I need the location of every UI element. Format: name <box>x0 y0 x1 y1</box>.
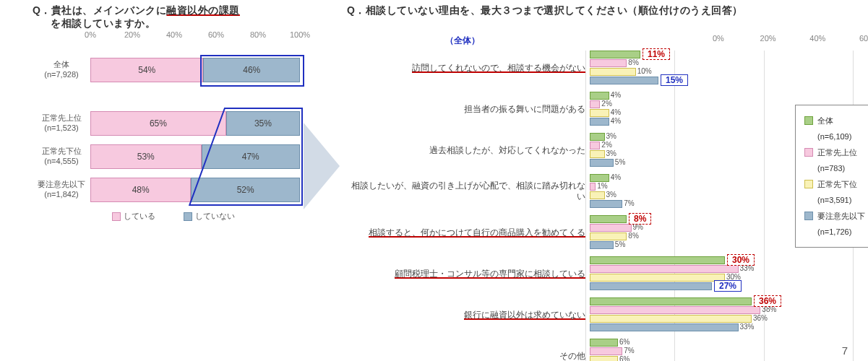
right-bar: 2% <box>590 100 600 108</box>
right-bar: 4% <box>590 109 609 117</box>
seg-no: 47% <box>202 144 300 169</box>
right-bar: 4% <box>590 174 609 182</box>
arrow-icon <box>304 123 340 209</box>
seg-yes: 53% <box>90 144 202 169</box>
left-question: Q．貴社は、メインバンクに融資以外の課題 を相談していますか。 <box>33 4 322 30</box>
left-row-label: 全体(n=7,928) <box>33 60 90 80</box>
right-category: 過去相談したが、対応してくれなかった3%2%3%5% <box>347 133 867 168</box>
right-chart: Q．相談していない理由を、最大３つまで選択してください（順位付けのうえ回答） （… <box>347 4 867 17</box>
callout: 15% <box>661 74 688 86</box>
right-category-label: 顧問税理士・コンサル等の専門家に相談している <box>347 269 590 279</box>
right-bar: 7% <box>590 347 622 355</box>
right-legend: 全体(n=6,109)正常先上位(n=783)正常先下位(n=3,591)要注意… <box>795 105 868 248</box>
right-bar: 10% <box>590 68 636 76</box>
right-bars: 訪問してくれないので、相談する機会がない11%11%8%10%15%15%担当者… <box>347 51 867 361</box>
left-row-label: 正常先上位(n=1,523) <box>33 113 90 134</box>
right-category: その他6%7%6%6% <box>347 339 867 361</box>
left-row: 要注意先以下(n=1,842)48%52% <box>33 178 322 202</box>
right-bar: 30%30% <box>590 256 725 264</box>
right-bar: 36% <box>590 315 752 323</box>
right-bar: 11%11% <box>590 51 640 58</box>
right-bar: 2% <box>590 142 600 149</box>
right-bar: 1% <box>590 183 596 191</box>
right-category-label: 担当者の振る舞いに問題がある <box>347 104 590 115</box>
right-bar: 5% <box>590 159 614 167</box>
right-category: 銀行に融資以外は求めていない36%36%38%36%33% <box>347 297 867 332</box>
right-bar: 6% <box>590 356 618 361</box>
right-question: Q．相談していない理由を、最大３つまで選択してください（順位付けのうえ回答） <box>347 4 867 17</box>
left-row: 正常先下位(n=4,555)53%47% <box>33 144 322 169</box>
right-category-label: 訪問してくれないので、相談する機会がない <box>347 63 590 74</box>
right-bar: 8% <box>590 232 627 240</box>
left-row: 全体(n=7,928)54%46% <box>33 58 322 82</box>
right-category: 相談したいが、融資の引き上げが心配で、相談に踏み切れない4%1%3%7% <box>347 174 867 209</box>
right-bar: 3% <box>590 150 605 158</box>
callout: 11% <box>643 48 670 60</box>
right-bar: 3% <box>590 191 605 199</box>
right-bar: 27%27% <box>590 282 712 290</box>
right-bar: 3% <box>590 133 605 141</box>
right-bar: 36%36% <box>590 297 752 305</box>
right-bar: 4% <box>590 118 609 126</box>
right-category: 相談すると、何かにつけて自行の商品購入を勧めてくる8%8%9%8%5% <box>347 215 867 250</box>
callout: 8% <box>629 213 651 225</box>
right-category-label: 相談したいが、融資の引き上げが心配で、相談に踏み切れない <box>347 180 590 202</box>
right-axis: 0%20%40%60% <box>718 34 867 47</box>
right-category-label: 相談すると、何かにつけて自行の商品購入を勧めてくる <box>347 227 590 238</box>
right-bar: 33% <box>590 323 739 331</box>
callout: 27% <box>714 280 742 292</box>
page-number: 7 <box>842 344 848 357</box>
right-category: 訪問してくれないので、相談する機会がない11%11%8%10%15%15% <box>347 51 867 85</box>
left-legend: している していない <box>112 211 322 222</box>
seg-yes: 65% <box>90 111 226 136</box>
callout: 36% <box>754 295 781 307</box>
left-axis: 0%20%40%60%80%100% <box>90 30 300 49</box>
left-row-label: 正常先下位(n=4,555) <box>33 147 90 167</box>
right-bar: 15%15% <box>590 77 658 84</box>
right-subtitle: （全体） <box>445 35 480 45</box>
right-bar: 7% <box>590 200 622 208</box>
right-bar: 33% <box>590 265 739 273</box>
callout: 30% <box>727 254 755 266</box>
seg-yes: 48% <box>90 178 191 202</box>
right-bar: 5% <box>590 241 614 249</box>
right-bar: 8% <box>590 59 627 67</box>
left-chart: Q．貴社は、メインバンクに融資以外の課題 を相談していますか。 0%20%40%… <box>33 4 322 222</box>
seg-no: 52% <box>191 178 300 202</box>
left-row-label: 要注意先以下(n=1,842) <box>33 180 90 200</box>
right-bar: 38% <box>590 306 760 314</box>
right-bar: 30% <box>590 274 725 282</box>
left-bars: 全体(n=7,928)54%46%正常先上位(n=1,523)65%35%正常先… <box>33 58 322 202</box>
right-category-label: 銀行に融資以外は求めていない <box>347 310 590 321</box>
right-category: 担当者の振る舞いに問題がある4%2%4%4% <box>347 92 867 126</box>
right-category-label: その他 <box>347 351 590 362</box>
seg-yes: 54% <box>90 58 203 82</box>
seg-no: 35% <box>226 111 300 136</box>
right-bar: 6% <box>590 339 618 347</box>
seg-no: 46% <box>203 58 300 82</box>
right-category-label: 過去相談したが、対応してくれなかった <box>347 145 590 156</box>
left-row: 正常先上位(n=1,523)65%35% <box>33 111 322 136</box>
right-bar: 8%8% <box>590 215 627 223</box>
right-bar: 9% <box>590 224 632 232</box>
right-bar: 4% <box>590 92 609 100</box>
right-category: 顧問税理士・コンサル等の専門家に相談している30%30%33%30%27%27% <box>347 256 867 291</box>
